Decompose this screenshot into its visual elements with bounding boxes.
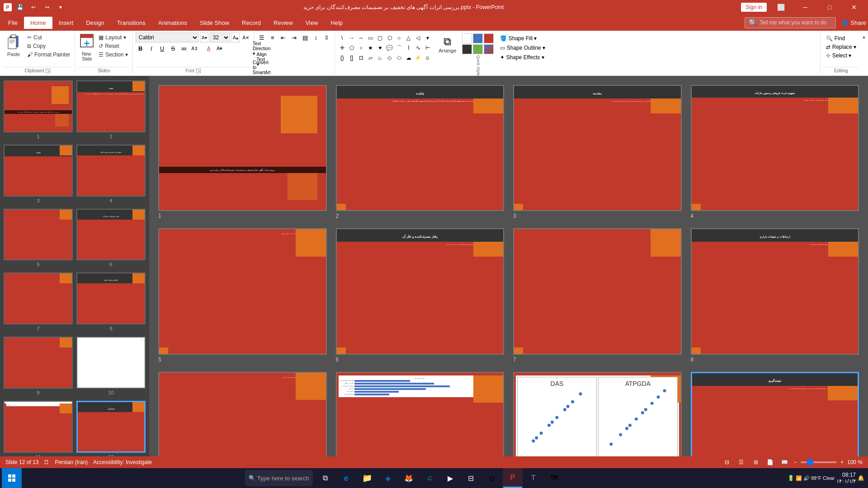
main-slide-9[interactable]: در یک مقاله طبیعت دریافت اطلاعات مشتریان…	[158, 372, 327, 456]
shape-diamond-btn[interactable]: ◇	[385, 53, 394, 62]
taskbar-calc[interactable]: ⊟	[461, 468, 481, 488]
shape-cloud-btn[interactable]: ☁	[404, 53, 413, 62]
reading-view-btn[interactable]: 📖	[779, 457, 790, 468]
main-slide-1[interactable]: بررسی اثرات آگهی های تخفیف در تصمیمات مص…	[158, 85, 327, 219]
shape-parallelogram-btn[interactable]: ▱	[366, 53, 375, 62]
menu-help[interactable]: Help	[325, 17, 349, 29]
slide-item-5[interactable]: 5	[4, 209, 73, 267]
slide-item-8[interactable]: ارتباطات و تبلیغات بازاری 8	[76, 272, 146, 331]
shape-snip-btn[interactable]: ⬡	[385, 33, 394, 42]
arrange-button[interactable]: ⧉ Arrange	[436, 33, 459, 55]
shape-isoc-btn[interactable]: △	[404, 33, 413, 42]
shape-callout-btn[interactable]: 💬	[385, 43, 394, 52]
taskbar-powerpoint[interactable]: P	[503, 468, 523, 488]
main-slide-2[interactable]: چکیده سوپر مارکت‌های ایران به مکانی برای…	[336, 85, 505, 219]
font-size-select[interactable]: 32	[210, 33, 230, 42]
ribbon-collapse-btn[interactable]: ▲	[862, 34, 866, 39]
shape-more-btn[interactable]: ▾	[423, 33, 432, 42]
shape-oval-btn[interactable]: ○	[395, 33, 404, 42]
maximize-btn[interactable]: □	[819, 0, 840, 14]
quick-style-4[interactable]	[462, 44, 472, 54]
menu-review[interactable]: Review	[267, 17, 299, 29]
font-color-btn[interactable]: A	[204, 43, 214, 53]
menu-record[interactable]: Record	[236, 17, 267, 29]
menu-home[interactable]: Home	[24, 17, 52, 29]
select-button[interactable]: ⊹ Select ▾	[823, 52, 859, 60]
quick-style-5[interactable]	[473, 44, 483, 54]
main-slide-5[interactable]: قالبی که Migros سوئیس در سال ۱۹۴۳ تاسیس …	[158, 228, 327, 362]
font-spacing-btn[interactable]: A⇕	[190, 43, 200, 53]
shape-brace-btn[interactable]: {}	[338, 53, 347, 62]
italic-button[interactable]: I	[146, 43, 156, 53]
minimize-btn[interactable]: ─	[795, 0, 816, 14]
shape-doublearrow-btn[interactable]: ↔	[357, 33, 366, 42]
copy-button[interactable]: ⧉ Copy	[25, 42, 72, 50]
slide-item-12[interactable]: نتیجه‌گیری 12	[76, 401, 146, 456]
paste-button[interactable]: Paste	[3, 33, 24, 58]
slide-sorter-btn[interactable]: ⊞	[750, 457, 761, 468]
notes-btn[interactable]: 🗒	[44, 459, 49, 465]
notes-view-btn[interactable]: 📄	[765, 457, 776, 468]
underline-button[interactable]: U	[157, 43, 167, 53]
menu-view[interactable]: View	[299, 17, 325, 29]
quick-style-2[interactable]	[473, 33, 483, 43]
slide-item-10[interactable]: نمودار 10	[76, 337, 146, 395]
bold-button[interactable]: B	[136, 43, 146, 53]
taskbar-media[interactable]: ▶	[440, 468, 460, 488]
replace-button[interactable]: ⇄ Replace ▾	[823, 43, 859, 51]
quick-style-3[interactable]	[484, 33, 494, 43]
save-qat-btn[interactable]: 💾	[14, 2, 25, 13]
shape-star-btn[interactable]: ★	[366, 43, 375, 52]
indent-inc-btn[interactable]: ⇥	[289, 33, 299, 42]
indent-dec-btn[interactable]: ⇤	[278, 33, 288, 42]
main-slide-6[interactable]: رفتار مصرف‌کننده و علل آن رفتار انسانی م…	[336, 228, 505, 362]
close-btn[interactable]: ✕	[844, 0, 864, 14]
shape-arc-btn[interactable]: ⌒	[395, 43, 404, 52]
main-slide-11[interactable]: DAS DAS	[513, 372, 682, 456]
layout-button[interactable]: ▦ Layout ▾	[97, 33, 129, 42]
font-family-select[interactable]: Calibri	[136, 33, 199, 42]
taskbar-edge[interactable]: e	[336, 468, 356, 488]
shape-trapezoid-btn[interactable]: ⏢	[376, 53, 385, 62]
slide-item-4[interactable]: مفهوم خرده فروشی و سوپر مارکت 4	[76, 145, 146, 203]
shape-bracket-btn[interactable]: []	[347, 53, 356, 62]
para-spacing-btn[interactable]: ⇳	[322, 33, 332, 42]
quick-style-1[interactable]	[462, 33, 472, 43]
menu-file[interactable]: File	[2, 17, 24, 29]
zoom-out-btn[interactable]: −	[794, 459, 797, 465]
shape-plus-btn[interactable]: ✛	[338, 43, 347, 52]
shape-arrow-btn[interactable]: →	[347, 33, 356, 42]
shape-pentagon-btn[interactable]: ⬠	[347, 43, 356, 52]
zoom-in-btn[interactable]: +	[840, 459, 844, 465]
shape-chevron-btn[interactable]: ›	[357, 43, 366, 52]
notification-btn[interactable]: 🔔	[858, 475, 864, 481]
font-clear-btn[interactable]: A✕	[241, 33, 251, 42]
line-spacing-btn[interactable]: ↕	[311, 33, 321, 42]
strikethrough-button[interactable]: S	[168, 43, 178, 53]
cols-btn[interactable]: ▤	[300, 33, 310, 42]
reset-button[interactable]: ↺ Reset	[97, 42, 129, 50]
taskbar-chrome[interactable]: ⊙	[482, 468, 502, 488]
shape-rect-btn[interactable]: ▭	[366, 33, 375, 42]
taskbar-maps[interactable]: 🗺	[544, 468, 564, 488]
shape-heart-btn[interactable]: ♥	[376, 43, 385, 52]
tell-me-search[interactable]: 🔍	[745, 17, 836, 28]
section-button[interactable]: ☰ Section ▾	[97, 51, 129, 59]
menu-design[interactable]: Design	[80, 17, 110, 29]
shape-curve-btn[interactable]: ∿	[414, 43, 423, 52]
shape-outline-button[interactable]: ▭ Shape Outline ▾	[497, 44, 548, 52]
main-slide-4[interactable]: مفهوم خرده فروشی و سوپر مارکت پیش از اوا…	[691, 85, 859, 219]
menu-insert[interactable]: Insert	[52, 17, 80, 29]
shape-conn-btn[interactable]: ⊢	[423, 43, 432, 52]
tell-me-input[interactable]	[760, 19, 832, 26]
outline-view-btn[interactable]: ☰	[736, 457, 747, 468]
slide-item-2[interactable]: چکیده نتایج این تحقیق نشان می‌دهد که آگه…	[76, 80, 146, 139]
main-slide-7[interactable]: شناخته‌ترین شاخصه‌های کارگزار خرید کالا …	[513, 228, 682, 362]
font-size-decrease-btn[interactable]: A▾	[200, 33, 208, 42]
taskbar-teams[interactable]: T	[524, 468, 543, 488]
shape-lightning-btn[interactable]: ⚡	[414, 53, 423, 62]
text-highlight-btn[interactable]: A▾	[215, 43, 225, 53]
quick-style-6[interactable]	[484, 44, 494, 54]
shape-freeform-btn[interactable]: ⌇	[404, 43, 413, 52]
find-button[interactable]: 🔍 Find	[823, 34, 859, 42]
